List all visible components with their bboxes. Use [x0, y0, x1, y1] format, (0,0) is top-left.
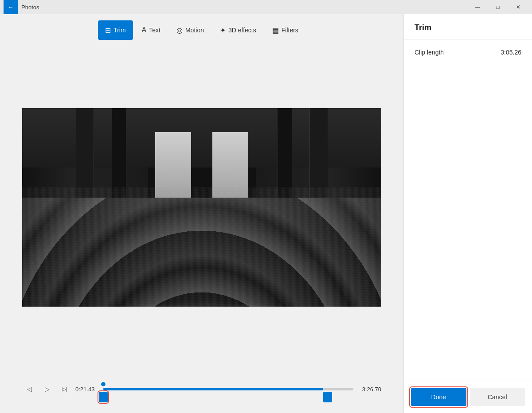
title-bar: ← Photos — □ ✕ — [0, 0, 532, 14]
trim-handle-left-rect — [99, 392, 108, 402]
filters-button[interactable]: ▤ Filters — [265, 20, 305, 40]
trim-icon: ⊟ — [105, 26, 111, 35]
controls-bar: ◁ ▷ ▷| 0:21.43 — [0, 369, 403, 413]
motion-label: Motion — [185, 27, 204, 34]
minimize-icon: — — [475, 4, 480, 10]
time-start: 0:21.43 — [75, 386, 100, 393]
back-button[interactable]: ← — [4, 0, 18, 14]
main-layout: ⊟ Trim A Text ◎ Motion ✦ 3D effects ▤ Fi… — [0, 14, 532, 413]
filters-label: Filters — [282, 27, 298, 34]
play-button[interactable]: ▷ — [40, 382, 54, 396]
clip-info: Clip length 3:05.26 — [404, 40, 532, 65]
maximize-button[interactable]: □ — [488, 0, 508, 14]
trim-active-range — [103, 388, 323, 390]
motion-icon: ◎ — [176, 26, 183, 35]
maximize-icon: □ — [496, 4, 499, 10]
trim-track — [103, 388, 353, 390]
close-button[interactable]: ✕ — [508, 0, 528, 14]
panel-actions: Done Cancel — [404, 381, 532, 413]
trim-timeline[interactable] — [103, 380, 353, 398]
panel-spacer — [404, 65, 532, 381]
panel-title: Trim — [404, 14, 532, 40]
toolbar: ⊟ Trim A Text ◎ Motion ✦ 3D effects ▤ Fi… — [0, 14, 403, 46]
step-forward-icon: ▷| — [62, 386, 67, 392]
minimize-button[interactable]: — — [467, 0, 488, 14]
3deffects-icon: ✦ — [220, 26, 226, 35]
app-title: Photos — [21, 4, 467, 11]
text-icon: A — [142, 26, 147, 34]
done-button[interactable]: Done — [411, 388, 466, 406]
scene-shimmer — [22, 187, 381, 307]
trim-button[interactable]: ⊟ Trim — [98, 20, 133, 40]
back-icon: ← — [8, 4, 14, 11]
left-panel: ⊟ Trim A Text ◎ Motion ✦ 3D effects ▤ Fi… — [0, 14, 403, 413]
right-panel: Trim Clip length 3:05.26 Done Cancel — [403, 14, 532, 413]
text-button[interactable]: A Text — [135, 20, 168, 40]
text-label: Text — [149, 27, 160, 34]
clip-length-value: 3:05.26 — [501, 49, 521, 56]
3deffects-button[interactable]: ✦ 3D effects — [213, 20, 263, 40]
window-controls: — □ ✕ — [467, 0, 528, 14]
trim-label: Trim — [113, 27, 125, 34]
video-area — [0, 46, 403, 369]
3deffects-label: 3D effects — [228, 27, 256, 34]
play-icon: ▷ — [45, 386, 50, 393]
filters-icon: ▤ — [272, 26, 279, 35]
video-scene — [22, 108, 381, 307]
time-end: 3:26.70 — [357, 386, 381, 393]
step-back-icon: ◁ — [27, 386, 32, 393]
cancel-button[interactable]: Cancel — [470, 388, 525, 406]
video-frame — [22, 108, 381, 307]
step-back-button[interactable]: ◁ — [22, 382, 36, 396]
motion-button[interactable]: ◎ Motion — [169, 20, 211, 40]
close-icon: ✕ — [516, 4, 520, 10]
trim-handle-circle — [100, 381, 106, 387]
clip-length-label: Clip length — [415, 49, 444, 56]
step-forward-button[interactable]: ▷| — [58, 382, 72, 396]
trim-handle-right-rect — [323, 392, 332, 402]
